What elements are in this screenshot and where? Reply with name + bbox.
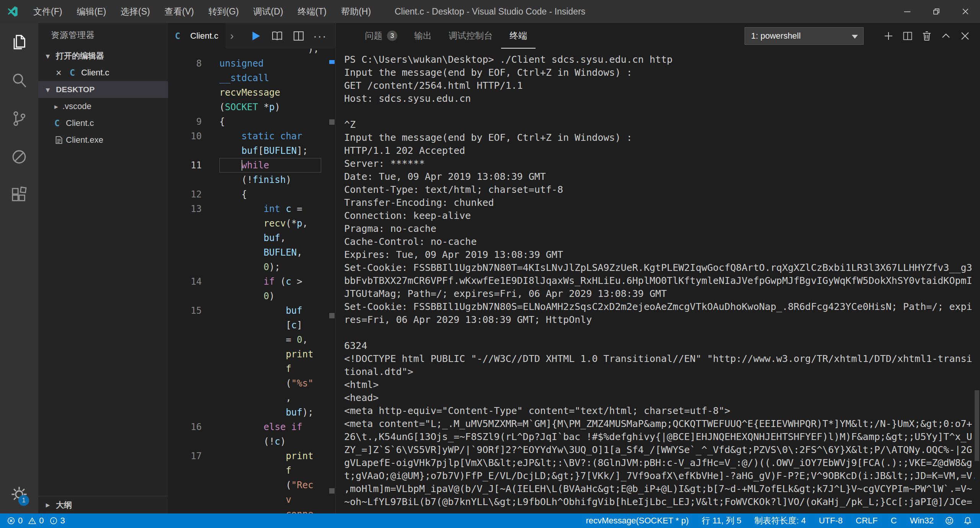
menu-terminal[interactable]: 终端(T): [291, 0, 334, 23]
menu-help[interactable]: 帮助(H): [334, 0, 378, 23]
code-line[interactable]: 8unsigned: [168, 56, 328, 71]
code-line[interactable]: [c]: [168, 318, 328, 332]
panel-tab-label: 问题: [365, 30, 382, 42]
menu-debug[interactable]: 调试(D): [246, 0, 291, 23]
close-panel-button[interactable]: [956, 26, 975, 46]
terminal-view[interactable]: PS C:\Users\wukan\Desktop> ./Client sdcs…: [336, 49, 975, 513]
tree-item-clientc[interactable]: C Client.c: [38, 115, 168, 132]
maximize-panel-button[interactable]: [936, 26, 956, 46]
code-line[interactable]: );: [168, 49, 328, 56]
editor-actions: ···: [245, 25, 335, 47]
code-line[interactable]: 12 {: [168, 187, 328, 202]
close-window-button[interactable]: [951, 0, 980, 23]
code-line[interactable]: recvMessage: [168, 85, 328, 100]
menu-edit[interactable]: 编辑(E): [69, 0, 113, 23]
code-line[interactable]: 14 if (c >: [168, 274, 328, 289]
code-editor[interactable]: );8unsigned__stdcallrecvMessage(SOCKET *…: [168, 49, 328, 513]
kill-terminal-button[interactable]: [917, 26, 936, 46]
close-editor-icon[interactable]: ×: [56, 67, 70, 78]
code-line[interactable]: buf[BUFLEN];: [168, 143, 328, 158]
menu-file[interactable]: 文件(F): [26, 0, 69, 23]
code-line[interactable]: (!finish): [168, 173, 328, 187]
activity-explorer[interactable]: [0, 23, 38, 61]
status-symbol-context[interactable]: recvMessage(SOCKET * p): [579, 516, 695, 526]
section-outline[interactable]: ▸ 大纲: [38, 496, 168, 513]
status-eol[interactable]: CRLF: [849, 516, 884, 526]
split-terminal-button[interactable]: [898, 26, 917, 46]
code-line[interactable]: f: [168, 463, 328, 478]
code-line[interactable]: 9{: [168, 114, 328, 129]
terminal-picker[interactable]: 1: powershell: [745, 27, 864, 45]
code-line[interactable]: ("Rec: [168, 478, 328, 492]
panel-tab-problems[interactable]: 问题 3: [356, 23, 406, 49]
activity-search[interactable]: [0, 61, 38, 99]
section-open-editors[interactable]: ▾ 打开的编辑器: [38, 47, 168, 64]
open-preview-button[interactable]: [266, 25, 288, 47]
code-token: ];: [297, 145, 308, 156]
code-line[interactable]: BUFLEN,: [168, 245, 328, 260]
code-line[interactable]: 0);: [168, 260, 328, 274]
settings-gear-button[interactable]: 1: [0, 475, 38, 513]
section-folder-desktop[interactable]: ▾ DESKTOP: [38, 81, 168, 98]
panel-header: 问题 3 输出 调试控制台 终端 1: powershell: [336, 23, 980, 49]
code-line[interactable]: 16 else if: [168, 420, 328, 434]
code-line[interactable]: f: [168, 362, 328, 376]
code-line[interactable]: 0): [168, 289, 328, 303]
code-line[interactable]: (SOCKET *p): [168, 100, 328, 114]
code-line[interactable]: buf,: [168, 231, 328, 245]
tab-clientc[interactable]: C Client.c: [168, 23, 225, 49]
menu-go[interactable]: 转到(G): [201, 0, 246, 23]
code-line[interactable]: recv(*p,: [168, 216, 328, 231]
chevron-right-icon[interactable]: ›: [225, 30, 238, 42]
code-line[interactable]: = 0,: [168, 332, 328, 347]
panel-tab-output[interactable]: 输出: [406, 23, 440, 49]
activity-source-control[interactable]: [0, 99, 38, 138]
status-language-mode[interactable]: C: [884, 516, 903, 526]
terminal-line: res=Fri, 06 Apr 2029 13:08:39 GMT; HttpO…: [344, 313, 975, 326]
restore-button[interactable]: [922, 0, 951, 23]
status-indentation[interactable]: 制表符长度: 4: [748, 515, 812, 526]
more-actions-button[interactable]: ···: [309, 25, 331, 47]
open-editor-item-clientc[interactable]: × C Client.c: [38, 64, 168, 81]
panel-tab-debug-console[interactable]: 调试控制台: [440, 23, 501, 49]
code-line[interactable]: 17 print: [168, 449, 328, 463]
text-cursor: [242, 160, 242, 171]
tree-item-vscode-folder[interactable]: ▸ .vscode: [38, 98, 168, 115]
code-text: if (c >: [219, 274, 321, 289]
editor-scrollbar[interactable]: [328, 49, 335, 513]
code-line[interactable]: 15 buf: [168, 303, 328, 318]
code-line[interactable]: 10 static char: [168, 129, 328, 143]
code-token: [275, 131, 280, 142]
code-line[interactable]: conne: [168, 507, 328, 513]
run-file-button[interactable]: [245, 25, 266, 47]
notifications-bell-button[interactable]: [959, 516, 980, 525]
code-line[interactable]: ,: [168, 391, 328, 405]
panel-tab-terminal[interactable]: 终端: [501, 23, 536, 49]
code-token: >: [291, 276, 302, 287]
status-cursor-position[interactable]: 行 11, 列 5: [695, 515, 748, 526]
new-terminal-button[interactable]: [879, 26, 898, 46]
status-platform[interactable]: Win32: [903, 516, 940, 526]
activity-extensions[interactable]: [0, 176, 38, 214]
code-line[interactable]: buf);: [168, 405, 328, 420]
problems-status[interactable]: 0 0 3: [7, 516, 70, 526]
code-token: int: [264, 204, 280, 214]
code-line[interactable]: 11 while: [168, 158, 328, 173]
terminal-line: [344, 326, 975, 339]
tree-item-clientexe[interactable]: Client.exe: [38, 132, 168, 148]
menu-view[interactable]: 查看(V): [157, 0, 201, 23]
menu-selection[interactable]: 选择(S): [113, 0, 157, 23]
code-token: buf: [286, 305, 302, 316]
code-line[interactable]: v: [168, 492, 328, 507]
status-encoding[interactable]: UTF-8: [812, 516, 849, 526]
code-line[interactable]: ("%s": [168, 376, 328, 391]
code-line[interactable]: 13 int c =: [168, 202, 328, 216]
split-editor-button[interactable]: [288, 25, 309, 47]
code-line[interactable]: (!c): [168, 434, 328, 449]
minimize-button[interactable]: [893, 0, 922, 23]
code-line[interactable]: print: [168, 347, 328, 362]
feedback-smiley-button[interactable]: [940, 516, 959, 525]
terminal-scrollbar[interactable]: [975, 390, 979, 461]
activity-debug[interactable]: [0, 138, 38, 176]
code-line[interactable]: __stdcall: [168, 71, 328, 85]
